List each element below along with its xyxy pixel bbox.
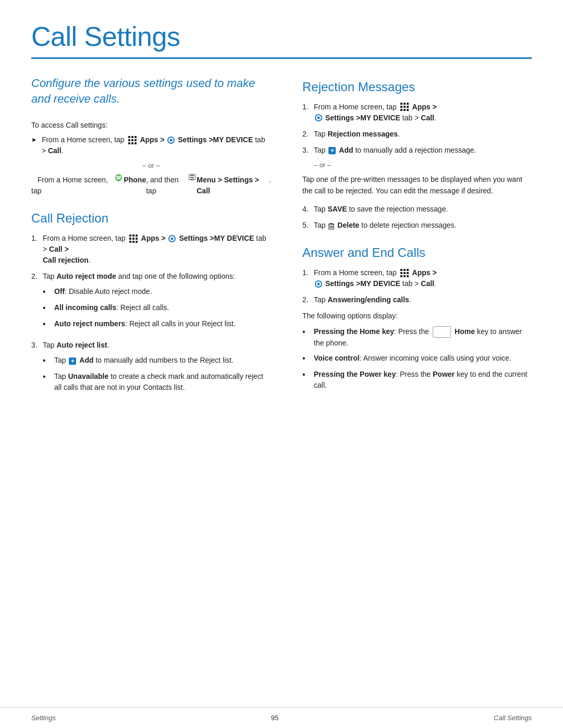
bullet-icon: • <box>43 371 52 383</box>
bullet-text: Off: Disable Auto reject mode. <box>54 286 152 297</box>
step-num: 1. <box>302 267 314 278</box>
step-content: From a Home screen, tap Apps > Settings … <box>314 267 532 289</box>
step-num: 1. <box>31 233 43 244</box>
call-rejection-list: 1. From a Home screen, tap Apps > Settin… <box>31 233 271 397</box>
or-divider-1: – or – <box>31 162 271 169</box>
bullet-text: Auto reject numbers: Reject all calls in… <box>54 318 236 329</box>
bullet-text: Pressing the Power key: Press the Power … <box>314 369 532 391</box>
access-method-1-text: From a Home screen, tap Apps > Settings … <box>42 134 271 156</box>
or-divider-2: – or – <box>314 161 532 169</box>
step-content: Tap Answering/ending calls. <box>314 294 532 305</box>
apps-icon <box>400 269 409 277</box>
plus-icon: + <box>328 147 336 154</box>
subtitle: Configure the various settings used to m… <box>31 76 271 106</box>
call-rejection-heading: Call Rejection <box>31 211 271 226</box>
answer-step-2: 2. Tap Answering/ending calls. <box>302 294 532 305</box>
call-rejection-step-1: 1. From a Home screen, tap Apps > Settin… <box>31 233 271 266</box>
access-section: To access Call settings: ► From a Home s… <box>31 121 271 196</box>
bullet-text: Pressing the Home key: Press the Home ke… <box>314 326 532 349</box>
answer-end-calls-heading: Answer and End Calls <box>302 245 532 260</box>
step-content: Tap Auto reject mode and tap one of the … <box>43 271 271 335</box>
bullet-voice-control: • Voice control: Answer incoming voice c… <box>302 353 532 365</box>
auto-reject-list-options: • Tap + Add to manually add numbers to t… <box>43 355 271 393</box>
step-num: 2. <box>302 129 314 140</box>
footer-left: Settings <box>31 714 56 722</box>
title-divider <box>31 57 532 59</box>
bullet-off: • Off: Disable Auto reject mode. <box>43 286 271 298</box>
bullet-home-key: • Pressing the Home key: Press the Home … <box>302 326 532 349</box>
access-method-1: ► From a Home screen, tap Apps > Setting… <box>31 134 271 156</box>
bullet-text: Tap + Add to manually add numbers to the… <box>54 355 234 366</box>
bullet-icon: • <box>43 318 52 330</box>
step-content: From a Home screen, tap Apps > Settings … <box>43 233 271 266</box>
apps-icon <box>129 235 138 243</box>
apps-grid-icon <box>128 136 137 144</box>
bullet-add: • Tap + Add to manually add numbers to t… <box>43 355 271 367</box>
step-content: Tap SAVE to save the rejection message. <box>314 204 532 215</box>
answer-step-1: 1. From a Home screen, tap Apps > Settin… <box>302 267 532 289</box>
page-title: Call Settings <box>31 21 532 52</box>
rejection-note: Tap one of the pre-written messages to b… <box>302 174 532 196</box>
access-label: To access Call settings: <box>31 121 271 129</box>
rejection-step-2: 2. Tap Rejection messages. <box>302 129 532 140</box>
step-content: Tap + Add to manually add a rejection me… <box>314 145 532 156</box>
step-num: 1. <box>302 102 314 113</box>
bullet-icon: • <box>43 286 52 298</box>
call-rejection-step-3: 3. Tap Auto reject list. • Tap + Add to … <box>31 340 271 397</box>
footer: Settings 95 Call Settings <box>0 707 563 728</box>
rejection-step-5: 5. Tap Delete to delete rejection messag… <box>302 220 532 231</box>
step-num: 4. <box>302 204 314 215</box>
bullet-icon: • <box>302 368 312 381</box>
settings-icon <box>315 280 322 288</box>
access-method-2: From a Home screen, tap ☎ Phone, and the… <box>31 175 271 196</box>
trash-icon <box>328 223 334 230</box>
step-num: 5. <box>302 220 314 231</box>
settings-icon <box>315 114 322 121</box>
phone-icon: ☎ <box>115 174 122 181</box>
rejection-step-3: 3. Tap + Add to manually add a rejection… <box>302 145 532 156</box>
step-content: Tap Rejection messages. <box>314 129 532 140</box>
bullet-text: Voice control: Answer incoming voice cal… <box>314 353 511 364</box>
step-num: 3. <box>302 145 314 156</box>
following-options-note: The following options display: <box>302 311 532 322</box>
step-content: Tap Auto reject list. • Tap + Add to man… <box>43 340 271 397</box>
rejection-messages-heading: Rejection Messages <box>302 80 532 94</box>
answer-end-calls-list: 1. From a Home screen, tap Apps > Settin… <box>302 267 532 305</box>
call-rejection-step-2: 2. Tap Auto reject mode and tap one of t… <box>31 271 271 335</box>
bullet-auto-reject-numbers: • Auto reject numbers: Reject all calls … <box>43 318 271 330</box>
bullet-power-key: • Pressing the Power key: Press the Powe… <box>302 369 532 391</box>
rejection-messages-list: 1. From a Home screen, tap Apps > Settin… <box>302 102 532 156</box>
rejection-step-4: 4. Tap SAVE to save the rejection messag… <box>302 204 532 215</box>
step-content: Tap Delete to delete rejection messages. <box>314 220 532 231</box>
step-content: From a Home screen, tap Apps > Settings … <box>314 102 532 124</box>
bullet-unavailable: • Tap Unavailable to create a check mark… <box>43 371 271 393</box>
settings-circle-icon <box>167 137 175 144</box>
left-column: Configure the various settings used to m… <box>31 76 271 402</box>
bullet-icon: • <box>43 302 52 314</box>
step-num: 3. <box>31 340 43 351</box>
apps-icon <box>400 103 409 111</box>
bullet-icon: • <box>302 326 312 338</box>
rejection-step-1: 1. From a Home screen, tap Apps > Settin… <box>302 102 532 124</box>
rejection-messages-list-2: 4. Tap SAVE to save the rejection messag… <box>302 204 532 231</box>
bullet-icon: • <box>302 352 312 365</box>
arrow-icon: ► <box>31 135 38 144</box>
footer-right: Call Settings <box>494 714 532 722</box>
bullet-text: Tap Unavailable to create a check mark a… <box>54 371 271 393</box>
plus-icon: + <box>69 357 76 365</box>
step-num: 2. <box>31 271 43 282</box>
home-key-button <box>433 326 451 338</box>
settings-icon <box>168 235 176 242</box>
bullet-text: All incoming calls: Reject all calls. <box>54 302 169 313</box>
footer-page-number: 95 <box>271 714 278 722</box>
bullet-icon: • <box>43 354 52 367</box>
auto-reject-options: • Off: Disable Auto reject mode. • All i… <box>43 286 271 330</box>
step-num: 2. <box>302 294 314 305</box>
right-column: Rejection Messages 1. From a Home screen… <box>302 76 532 402</box>
bullet-all-incoming: • All incoming calls: Reject all calls. <box>43 302 271 314</box>
answer-options-list: • Pressing the Home key: Press the Home … <box>302 326 532 391</box>
